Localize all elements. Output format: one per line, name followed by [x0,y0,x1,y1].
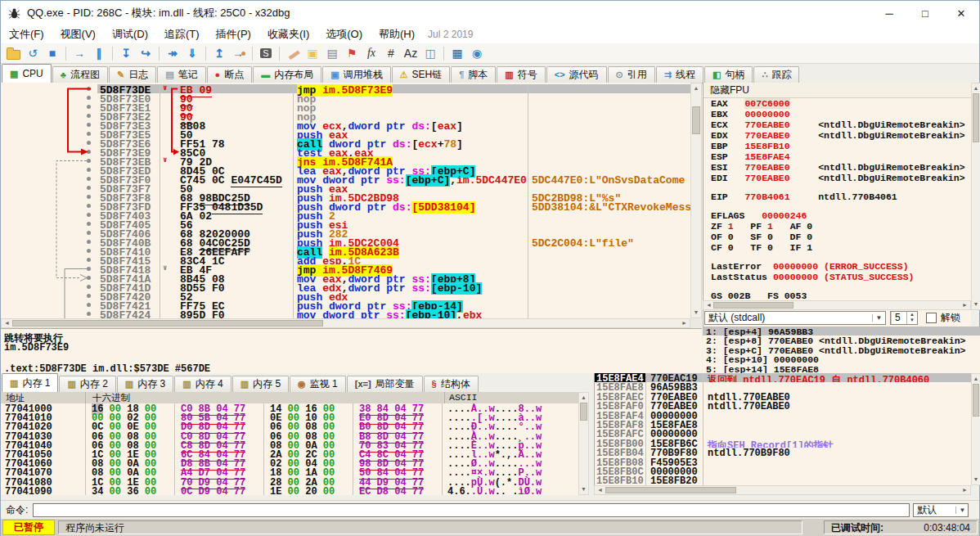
stack-row[interactable]: 15E8FAF815E8FAE8 [595,420,971,429]
dump-row[interactable]: 7704109034 00 36 000C D9 04 771E 00 20 0… [1,486,578,495]
tab-struct[interactable]: §结构体 [424,376,479,392]
menu-item[interactable]: 选项(O) [317,25,371,43]
registers-list[interactable]: EAX 007C6000EBX 00000000ECX 770EABE0 <nt… [704,98,972,300]
argument-count-stepper[interactable]: 5 ▲▼ [890,311,918,325]
argument-row[interactable]: 5: [esp+14] 15E8FAE8 [703,364,980,373]
dump-row[interactable]: 7704104006 00 08 00C8 8D 04 7708 00 0A 0… [1,440,578,449]
dump-row[interactable]: 7704107008 00 0A 00A4 D7 04 7718 00 1A 0… [1,467,578,476]
stop-button[interactable]: ■ [43,44,62,62]
disasm-row[interactable]: 5D8F73E290nop [1,111,690,120]
register-row[interactable]: CF 0 TF 0 IF 1 [711,242,972,253]
register-row[interactable]: LastStatus 00000000 (STATUS_SUCCESS) [711,272,972,282]
tab-dump1[interactable]: ▥内存 1 [2,373,58,392]
stack-row[interactable]: 15E8FAEC770EABE0ntdll.770EABE0 [595,392,971,401]
register-row[interactable]: EFLAGS 00000246 [711,210,972,221]
tab-dump4[interactable]: ▥内存 4 [174,376,231,392]
tab-cpu[interactable]: ▦CPU [2,64,52,83]
pause-button[interactable]: ∥ [89,44,109,62]
menu-item[interactable]: 追踪(T) [156,25,208,43]
disasm-row[interactable]: 5D8F73E38B08mov ecx,dword ptr ds:[eax] [1,120,690,129]
comments-button[interactable]: ▣ [303,44,322,62]
arguments-list[interactable]: 1: [esp+4] 96A59BB32: [esp+8] 770EABE0 <… [703,327,980,373]
calling-convention-select[interactable]: 默认 (stdcall) ▼ [704,311,886,325]
stack-row[interactable]: 15E8FB0015E8FB6C指向SEH_Record[1]的指针 [595,439,971,448]
register-row[interactable]: ESP 15E8FAE4 [711,151,972,162]
command-profile-select[interactable]: 默认 ▼ [913,503,969,517]
disasm-row[interactable]: 5D8F73EB∨79 2Djns im.5D8F741A [1,156,690,165]
argument-row[interactable]: 2: [esp+8] 770EABE0 <ntdll.DbgUiRemoteBr… [703,336,980,345]
hide-fpu-button[interactable]: 隐藏FPU [704,83,971,98]
disasm-row[interactable]: 5D8F742052push edx [1,291,690,300]
register-row[interactable]: EDX 770EABE0 <ntdll.DbgUiRemoteBreakin> [711,130,972,141]
disasm-row[interactable]: 5D8F7418∨EB 4Fjmp im.5D8F7469 [1,264,690,273]
tab-memmap[interactable]: ▬内存布局 [253,66,321,83]
dump-row[interactable]: 7704106008 00 0A 00D8 8B 04 7702 00 04 0… [1,458,578,467]
open-file-button[interactable] [3,44,23,62]
tab-locals[interactable]: [x=]局部变量 [347,376,423,392]
disasm-row[interactable]: 5D8F73F750push eax [1,183,690,192]
register-row[interactable]: EAX 007C6000 [711,98,972,109]
dump-vertical-scrollbar[interactable]: ▲ ▼ [578,392,589,495]
disasm-row[interactable]: 5D8F73E090nop [1,93,690,102]
menu-item[interactable]: 插件(P) [208,25,259,43]
register-row[interactable]: EIP 770B4061 ntdll.770B4061 [711,191,972,202]
tab-script[interactable]: ¶脚本 [451,66,496,83]
argument-row[interactable]: 1: [esp+4] 96A59BB3 [703,327,980,336]
register-row[interactable]: ECX 770EABE0 <ntdll.DbgUiRemoteBreakin> [711,119,972,130]
dump-row[interactable]: 7704103006 00 08 00C0 8D 04 7706 00 08 0… [1,431,578,440]
dump-row[interactable]: 770410801C 00 1E 0070 D9 04 7728 00 2A 0… [1,477,578,486]
minimize-button[interactable]: ─ [871,2,907,25]
menu-item[interactable]: 调试(D) [104,25,156,43]
disasm-horizontal-scrollbar[interactable]: ◄ ► [1,318,690,328]
bookmarks-button[interactable]: ⚑ [342,44,362,62]
scylla-button[interactable]: S [256,44,276,62]
stack-row[interactable]: 15E8FAF400000000 [595,411,971,420]
patches-button[interactable]: ▬ [283,44,303,62]
register-row[interactable]: EBP 15E8FB10 [711,141,972,151]
step-over-button[interactable]: ↪ [136,44,155,62]
restart-button[interactable]: ↺ [23,44,43,62]
stack-row[interactable]: 15E8FB0C00000000 [595,466,971,475]
stack-row[interactable]: 15E8FB08F45905E3 [595,457,971,466]
tab-graph[interactable]: ♣流程图 [52,66,108,83]
disasm-row[interactable]: 5D8F741A8B45 08mov eax,dword ptr ss:[ebp… [1,273,690,282]
tab-seh[interactable]: ⚠SEH链 [392,66,451,83]
maximize-button[interactable]: □ [907,2,943,25]
disasm-row[interactable]: 5D8F740556push esi [1,219,690,228]
run-button[interactable]: → [70,44,89,62]
stack-row[interactable]: 15E8FB04770B9F80ntdll.770B9F80 [595,448,971,457]
stack-row[interactable]: 15E8FB1015E8FB20 [595,475,971,484]
registers-horizontal-scrollbar[interactable]: ◄ ► [703,300,971,310]
tab-callstack[interactable]: ▣调用堆栈 [322,66,390,83]
disasm-row[interactable]: 5D8F7421FF75 ECpush dword ptr ss:[ebp-14… [1,300,690,309]
stack-row[interactable]: 15E8FAFC00000000 [595,429,971,438]
stack-view[interactable]: 15E8FAE4770EAC19返回到 ntdll.770EAC19 自 ntd… [594,373,971,485]
tab-references[interactable]: ⊙引用 [608,66,655,83]
stack-row[interactable]: 15E8FAF0770EABE0ntdll.770EABE0 [595,401,971,410]
tab-dump2[interactable]: ▥内存 2 [59,376,115,392]
shortcut-keys-button[interactable]: # [381,44,401,62]
disasm-row[interactable]: 5D8F7410E8 26EEFAFFcall im.5D8A623B [1,246,690,255]
disasm-vertical-scrollbar[interactable]: ▲ ▼ [690,83,702,318]
step-out-button[interactable]: ⇓ [182,44,202,62]
dump-row[interactable]: 770410200C 00 0E 00D0 8D 04 7706 00 08 0… [1,421,578,430]
font-settings-button[interactable]: Az [401,44,420,62]
dump-row[interactable]: 770410501C 00 1E 006C 84 04 772A 00 2C 0… [1,449,578,458]
tab-source[interactable]: <>源代码 [546,66,607,83]
tab-breakpoints[interactable]: ●断点 [207,66,253,83]
step-into-button[interactable]: ↧ [116,44,136,62]
disasm-row[interactable]: 5D8F741D8D55 F0lea edx,dword ptr ss:[ebp… [1,282,690,291]
memory-dump-view[interactable]: 7704100016 00 18 00C0 8B 04 7714 00 16 0… [1,403,578,495]
disasm-row[interactable]: 5D8F741583C4 1Cadd esp,1C [1,255,690,264]
tab-watch1[interactable]: ◉监视 1 [290,376,346,392]
labels-button[interactable]: ▤ [322,44,342,62]
register-row[interactable]: LastError 00000000 (ERROR_SUCCESS) [711,261,972,272]
disasm-row[interactable]: 5D8F740668 82020000push 282 [1,228,690,237]
tab-threads[interactable]: ⇉线程 [656,66,704,83]
argument-row[interactable]: 3: [esp+C] 770EABE0 <ntdll.DbgUiRemoteBr… [703,345,980,354]
close-button[interactable]: ✕ [943,2,979,25]
tab-notes[interactable]: ▤笔记 [157,66,205,83]
argument-row[interactable]: 4: [esp+10] 00000000 [703,354,980,363]
registers-vertical-scrollbar[interactable]: ▲ ▼ [971,83,980,310]
tab-log[interactable]: ✎日志 [109,66,156,83]
